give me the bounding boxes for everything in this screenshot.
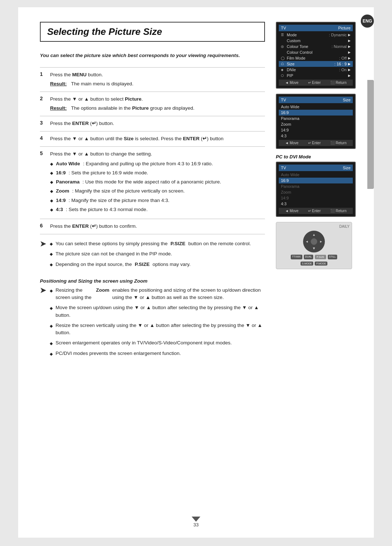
remote-smode-btn: S.MODE	[301, 262, 314, 266]
tv-size-item-3: Zoom	[279, 121, 353, 127]
tv-size-item-0: Auto Wide	[279, 104, 353, 110]
item-value: : Normal	[331, 44, 347, 49]
item-label: Film Mode	[287, 56, 338, 60]
step-content-5: Press the ▼ or ▲ button to change the se…	[50, 146, 265, 219]
tv-pcdvi-item-0: Auto Wide	[279, 172, 353, 178]
step-content-1: Press the MENU button.Result:The main me…	[50, 68, 265, 92]
item-arrow: ▶	[348, 50, 351, 54]
nav-move-1: ◄ Move	[285, 81, 298, 85]
bullet-desc: : Sets the picture to 16:9 wide mode.	[69, 169, 148, 177]
zoom-section-title: Positioning and Sizing the screen using …	[40, 278, 265, 284]
tv-pcdvi-item-2: Panorama	[279, 183, 353, 189]
step-content-2: Press the ▼ or ▲ button to select Pictur…	[50, 92, 265, 116]
item-arrow: ▶	[348, 74, 351, 77]
item-label: Colour Control	[287, 50, 345, 54]
zoom-list: Resizing the screen using the Zoom enabl…	[50, 287, 265, 360]
nav-enter-2: ↵ Enter	[308, 141, 321, 145]
nav-return-2: ⬛ Return	[330, 141, 347, 145]
item-arrow: ▶	[348, 39, 351, 43]
item-label: Panorama	[281, 116, 351, 121]
step-result-1: Result:The main menu is displayed.	[50, 80, 265, 88]
steps-table: 1Press the MENU button.Result:The main m…	[40, 67, 265, 234]
item-label: 16:9	[281, 110, 351, 115]
tv-pcdvi-nav: ◄ Move ↵ Enter ⬛ Return	[279, 208, 353, 214]
sidebar-tab	[367, 80, 374, 189]
notes-arrow-icon: ➤	[40, 239, 46, 248]
bottom-triangle	[192, 514, 200, 522]
step-bullet-item-5-0: Auto Wide: Expanding and pulling up the …	[50, 160, 265, 167]
result-label-2: Result:	[50, 105, 67, 112]
zoom-arrow-icon: ➤	[40, 286, 46, 360]
tv-size-nav: ◄ Move ↵ Enter ⬛ Return	[279, 140, 353, 146]
bullet-term: 16:9	[56, 169, 66, 177]
step-row-3: 3Press the ENTER (↵) button.	[40, 116, 265, 131]
step-content-6: Press the ENTER (↵) button to confirm.	[50, 219, 265, 234]
item-arrow: ▶	[348, 68, 351, 72]
step-content-3: Press the ENTER (↵) button.	[50, 116, 265, 131]
item-arrow: ▶	[348, 56, 351, 60]
step-num-4: 4	[40, 131, 50, 146]
item-label: 14:9	[281, 196, 351, 200]
remote-down-arrow: ▼	[312, 246, 316, 250]
note-item-0: You can select these options by simply p…	[50, 240, 265, 247]
remote-right-arrow: ►	[319, 240, 323, 243]
item-label: Zoom	[281, 122, 351, 126]
item-label: 4:3	[281, 202, 351, 206]
bullet-term: 4:3	[56, 206, 63, 213]
tv-screen-size-header: TV Size	[279, 97, 353, 103]
tv-screen-pcdvi-header: TV Size	[279, 165, 353, 171]
item-label: Auto Wide	[281, 105, 351, 109]
zoom-bullet-4: PC/DVI modes prevents the screen enlarge…	[50, 350, 265, 357]
zoom-bullet-1: Move the screen up/down using the ▼ or ▲…	[50, 304, 265, 319]
item-label: Colour Tone	[287, 44, 330, 49]
notes-list: You can select these options by simply p…	[50, 240, 265, 271]
step-instruction-6: Press the ENTER (↵) button to confirm.	[50, 223, 265, 230]
item-icon: ◈	[281, 68, 285, 72]
step-bullets-5: Auto Wide: Expanding and pulling up the …	[50, 160, 265, 214]
item-label: 16:9	[281, 178, 351, 183]
tv-picture-item-0: ☰Mode: Dynamic▶	[279, 32, 353, 38]
tv-screen-picture-header: TV Picture	[279, 25, 353, 31]
bullet-term: Auto Wide	[56, 160, 80, 167]
tv-header-left-2: TV	[281, 98, 286, 102]
tv-picture-item-2: ◎Colour Tone: Normal▶	[279, 44, 353, 49]
tv-picture-item-3: Colour Control▶	[279, 49, 353, 55]
remote-buttons-row1: TTXMX DUAL P.SIZE STILL	[291, 255, 337, 259]
zoom-content: ➤ Resizing the screen using the Zoom ena…	[40, 287, 265, 360]
pc-dvi-label: PC to DVI Mode	[276, 154, 356, 159]
tv-size-pcdvi-items: Auto Wide16:9PanoramaZoom14:94:3	[279, 172, 353, 207]
item-value: : On	[339, 68, 347, 72]
step-row-1: 1Press the MENU button.Result:The main m…	[40, 68, 265, 92]
step-num-5: 5	[40, 146, 50, 219]
item-arrow: ▶	[348, 45, 351, 48]
item-label: Zoom	[281, 190, 351, 194]
bullet-term: Panorama	[56, 178, 79, 186]
item-label: 14:9	[281, 128, 351, 132]
step-instruction-4: Press the ▼ or ▲ button until the Size i…	[50, 135, 265, 143]
step-instruction-1: Press the MENU button.	[50, 71, 265, 79]
step-num-2: 2	[40, 92, 50, 116]
step-row-4: 4Press the ▼ or ▲ button until the Size …	[40, 131, 265, 146]
step-row-6: 6Press the ENTER (↵) button to confirm.	[40, 219, 265, 234]
nav-enter-3: ↵ Enter	[308, 209, 321, 213]
bullet-desc: : Magnify the size of the picture vertic…	[72, 187, 185, 195]
tv-header-right-3: Size	[343, 166, 351, 170]
remote-dual-btn: DUAL	[304, 255, 314, 259]
step-bullet-item-5-4: 14:9: Magnify the size of the picture mo…	[50, 197, 265, 204]
result-label-1: Result:	[50, 80, 67, 88]
item-label: Size	[287, 62, 333, 66]
tv-picture-item-7: ⬡PIP▶	[279, 73, 353, 78]
zoom-bullet-0: Resizing the screen using the Zoom enabl…	[50, 287, 265, 302]
step-num-3: 3	[40, 116, 50, 131]
right-column: TV Picture ☰Mode: Dynamic▶Custom▶◎Colour…	[276, 22, 356, 516]
step-bullet-item-5-5: 4:3: Sets the picture to 4:3 normal mode…	[50, 206, 265, 213]
step-row-2: 2Press the ▼ or ▲ button to select Pictu…	[40, 92, 265, 116]
step-bullet-item-5-1: 16:9: Sets the picture to 16:9 wide mode…	[50, 169, 265, 177]
item-arrow: ▶	[348, 33, 351, 37]
tv-pcdvi-item-4: 14:9	[279, 195, 353, 201]
item-arrow: ▶	[348, 62, 351, 66]
nav-return-1: ⬛ Return	[330, 81, 347, 85]
step-bullet-item-5-2: Panorama: Use this mode for the wide asp…	[50, 178, 265, 186]
note-item-2: Depending on the input source, the P.SIZ…	[50, 261, 265, 268]
item-label: DNIe	[287, 68, 338, 72]
